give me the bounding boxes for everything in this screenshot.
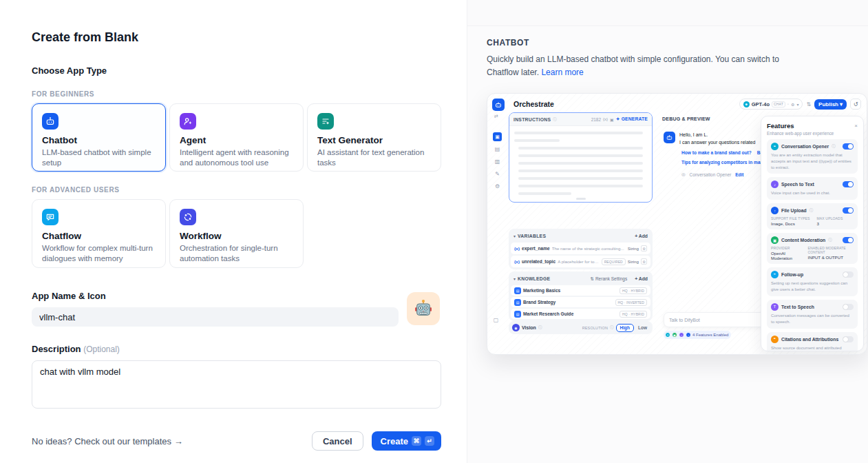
beginner-cards-row: Chatbot LLM-based chatbot with simple se… xyxy=(32,103,441,172)
card-title: Workflow xyxy=(180,231,293,241)
mini-settings-icon: ⚙ xyxy=(791,102,794,107)
card-desc: Workflow for complex multi-turn dialogue… xyxy=(42,243,156,264)
workflow-icon xyxy=(180,209,196,225)
resolution-high-option: High xyxy=(616,324,634,332)
variable-row: {x} unrelated_topic A placeholder for to… xyxy=(511,256,650,267)
app-type-card-text-generator[interactable]: Text Generator AI assistant for text gen… xyxy=(307,103,441,172)
card-desc: Orchestration for single-turn automation… xyxy=(180,243,293,264)
mini-nav-monitoring-icon: ✎ xyxy=(493,169,502,178)
info-icon: ⓘ xyxy=(809,208,814,213)
card-title: Chatflow xyxy=(42,231,156,241)
upload-feature-icon: ↑ xyxy=(686,332,691,338)
description-textarea[interactable]: chat with vllm model xyxy=(32,360,441,409)
mini-instructions-panel: INSTRUCTIONS ⓘ 2182 {x} ▣ ✦ GENERATE xyxy=(509,112,653,203)
app-type-card-chatflow[interactable]: Chatflow Workflow for complex multi-turn… xyxy=(32,199,166,268)
card-desc: LLM-based chatbot with simple setup xyxy=(42,147,156,168)
mini-topbar: ◈ GPT-4o CHAT ◦ ⚙ ▾ ⇅ Publish▾ ↺ xyxy=(739,99,861,110)
variable-row: {x} expert_name The name of the strategi… xyxy=(511,243,650,254)
vision-eye-icon: ◉ xyxy=(512,324,520,331)
mini-opener-row: ◎ Conversation Opener Edit xyxy=(681,172,743,177)
for-beginners-label: FOR BEGINNERS xyxy=(32,90,441,98)
app-icon-picker[interactable] xyxy=(407,292,440,325)
mini-nav-orchestrate-icon: ▣ xyxy=(493,132,502,141)
app-name-block: App Name & Icon xyxy=(32,291,441,327)
feature-item: ♪ Speech to Text Voice input can be used… xyxy=(767,177,858,200)
conversation-opener-icon: ❝ xyxy=(771,143,779,150)
preview-pane-header-strip xyxy=(467,0,868,26)
chevron-down-icon: ▾ xyxy=(514,276,516,281)
feature-item: ↑ File Upload ⓘ SUPPORT FILE TYPES Image… xyxy=(767,203,858,229)
mini-chevron-down-icon: ▾ xyxy=(796,102,798,107)
info-icon: ⓘ xyxy=(553,117,557,122)
mini-publish-chevron-icon: ▾ xyxy=(840,101,843,107)
enter-key-icon: ↵ xyxy=(425,436,434,446)
document-icon: ▤ xyxy=(514,311,521,318)
preview-heading: CHATBOT xyxy=(487,38,849,48)
close-icon: × xyxy=(854,123,858,129)
knowledge-row: ▤ Market Research Guide HQ · HYBRID xyxy=(511,309,650,319)
description-block: Description (Optional) chat with vllm mo… xyxy=(32,344,441,411)
create-app-modal: Create from Blank Choose App Type FOR BE… xyxy=(0,0,868,463)
app-name-input[interactable] xyxy=(32,307,399,327)
info-icon: ⓘ xyxy=(538,325,542,330)
mini-publish-button: Publish▾ xyxy=(814,99,847,110)
learn-more-link[interactable]: Learn more xyxy=(541,68,583,77)
mini-history-icon: ↺ xyxy=(850,99,861,110)
app-type-card-agent[interactable]: Agent Intelligent agent with reasoning a… xyxy=(169,103,304,172)
speech-feature-icon: ♪ xyxy=(679,332,684,338)
create-button[interactable]: Create ⌘ ↵ xyxy=(372,431,441,451)
moderation-feature-icon: ▣ xyxy=(672,332,677,338)
page-title: Create from Blank xyxy=(32,30,441,45)
mini-generate-button: ✦ GENERATE xyxy=(616,116,648,122)
mini-bot-avatar xyxy=(664,132,675,143)
for-advanced-label: FOR ADVANCED USERS xyxy=(32,186,441,194)
variable-icon: {x} xyxy=(514,247,520,251)
robot-emoji-icon xyxy=(413,298,434,319)
toggle-on xyxy=(843,207,854,214)
advanced-cards-row: Chatflow Workflow for complex multi-turn… xyxy=(32,199,441,268)
mini-chat-greeting: I can answer your questions related xyxy=(679,138,756,146)
card-title: Text Generator xyxy=(317,135,431,145)
mini-suggested-questions: How to make a brand stand out? Bes xyxy=(681,150,765,155)
variable-icon: {x} xyxy=(514,260,520,264)
citations-icon: ❝ xyxy=(771,336,779,343)
mini-add-variable-button: + Add xyxy=(635,234,648,238)
mini-collapse-icon: ▢ xyxy=(491,316,500,325)
document-icon: ▤ xyxy=(514,287,521,294)
browse-templates-link[interactable]: No ideas? Check out our templates → xyxy=(32,436,183,446)
create-form-pane: Create from Blank Choose App Type FOR BE… xyxy=(0,0,467,463)
mini-switch-icon: ⇄ xyxy=(494,114,498,119)
mini-vision-row: ◉ Vision ⓘ RESOLUTION ⓘ High Low xyxy=(509,321,653,334)
mini-suggested-question: Tips for analyzing competitors in market xyxy=(681,160,769,165)
card-desc: Intelligent agent with reasoning and aut… xyxy=(180,147,293,168)
mini-nav-logs-icon: ▤ xyxy=(493,145,502,154)
conversation-opener-icon: ◎ xyxy=(681,172,686,177)
mini-knowledge-panel: ▾ KNOWLEDGE ⇅ Rerank Settings + Add ▤ Ma… xyxy=(509,271,653,321)
content-moderation-icon: ▣ xyxy=(771,236,779,244)
mini-features-panel: Features × Enhance web-app user experien… xyxy=(761,116,864,351)
mini-instructions-header: INSTRUCTIONS ⓘ 2182 {x} ▣ ✦ GENERATE xyxy=(509,113,652,126)
agent-icon xyxy=(180,113,196,130)
cmd-key-icon: ⌘ xyxy=(412,436,421,446)
variable-brackets-icon: {x} xyxy=(603,117,608,121)
copy-icon: ▣ xyxy=(610,117,614,122)
description-label: Description (Optional) xyxy=(32,344,441,354)
mini-instructions-body xyxy=(509,126,652,195)
toggle-off xyxy=(843,304,854,310)
mini-nav-annotations-icon: ▥ xyxy=(493,157,502,166)
chatbot-preview-illustration: ⇄ ▣ ▤ ▥ ✎ ⚙ ▢ Orchestrate ◈ GPT-4o CHAT … xyxy=(487,93,867,355)
toggle-off xyxy=(843,271,854,278)
mini-page-title: Orchestrate xyxy=(514,100,554,108)
microphone-icon: ♪ xyxy=(771,181,779,188)
app-type-card-workflow[interactable]: Workflow Orchestration for single-turn a… xyxy=(169,199,304,268)
choose-app-type-label: Choose App Type xyxy=(32,65,441,76)
cancel-button[interactable]: Cancel xyxy=(312,431,363,451)
toggle-off xyxy=(843,336,854,342)
mini-features-enabled-pill: ❝ ▣ ♪ ↑ 4 Features Enabled xyxy=(664,331,731,339)
feature-item: T Text to Speech Conversation messages c… xyxy=(767,300,858,329)
knowledge-row: ▤ Brand Strategy HQ · INVERTED xyxy=(511,297,650,307)
text-generator-icon xyxy=(317,113,334,130)
feature-item: ❞ Follow-up Setting up next questions su… xyxy=(767,267,858,296)
app-type-card-chatbot[interactable]: Chatbot LLM-based chatbot with simple se… xyxy=(32,103,166,172)
resize-handle xyxy=(576,198,586,200)
